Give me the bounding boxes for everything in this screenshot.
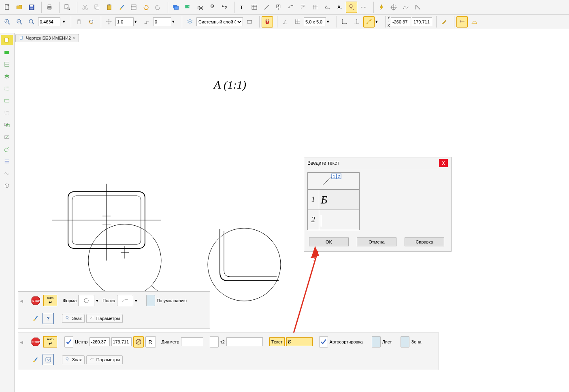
brush-icon[interactable] — [116, 2, 127, 13]
scale-input[interactable] — [115, 17, 134, 26]
t2-check[interactable] — [210, 336, 219, 348]
sign-tab[interactable]: Знак — [62, 314, 85, 323]
help-icon[interactable]: ? — [43, 354, 54, 365]
offset-input[interactable] — [153, 17, 171, 26]
target-icon[interactable] — [388, 2, 399, 13]
center-x-input[interactable] — [90, 337, 110, 346]
lv-diag-icon[interactable] — [1, 132, 13, 142]
file-open-icon[interactable] — [14, 2, 25, 13]
collapse-icon[interactable]: ◂ — [20, 338, 28, 346]
spline-icon[interactable] — [400, 2, 411, 13]
step-icon[interactable] — [141, 16, 152, 28]
collapse-icon[interactable]: ◂ — [20, 297, 28, 305]
text-type-header[interactable]: 12 — [308, 173, 360, 190]
refresh-icon[interactable] — [85, 16, 97, 28]
zoom-fit-icon[interactable] — [26, 16, 37, 28]
text-input[interactable] — [286, 337, 313, 346]
axis-icon[interactable] — [351, 16, 362, 28]
properties-icon[interactable] — [128, 2, 139, 13]
auto-button[interactable]: Auto↵ — [43, 336, 57, 348]
zone-toggle[interactable] — [401, 336, 409, 348]
lv-sheet-icon[interactable] — [1, 35, 13, 45]
layers-blue-icon[interactable] — [170, 2, 181, 13]
center-check[interactable] — [64, 336, 73, 348]
print-icon[interactable] — [44, 2, 55, 13]
radius-icon[interactable]: R — [145, 336, 156, 348]
coord-y-input[interactable] — [412, 17, 432, 26]
leader-icon[interactable] — [285, 2, 296, 13]
auto-button[interactable]: Auto↵ — [43, 295, 57, 306]
text-tool-icon[interactable]: T — [237, 2, 248, 13]
centerline-icon[interactable] — [358, 2, 369, 13]
zoom-value-input[interactable] — [38, 17, 60, 26]
coord-x-input[interactable] — [391, 17, 411, 26]
corner-icon[interactable] — [412, 2, 424, 13]
sheet-toggle[interactable] — [372, 336, 381, 348]
lv-wave-icon[interactable] — [1, 168, 13, 179]
polka-select[interactable] — [117, 295, 133, 306]
row-1-value[interactable]: Б — [319, 190, 360, 210]
lv-overlap-icon[interactable] — [1, 120, 13, 130]
redo-icon[interactable] — [152, 2, 164, 13]
t2-input[interactable] — [226, 337, 263, 346]
arc-leader-icon[interactable] — [297, 2, 309, 13]
lv-rect-dot-icon[interactable] — [1, 108, 13, 118]
origin-icon[interactable] — [339, 16, 350, 28]
lv-grid-icon[interactable] — [1, 59, 13, 70]
help-button[interactable]: Справка — [405, 237, 444, 246]
brush-icon[interactable] — [30, 354, 41, 365]
row-2-value[interactable] — [319, 210, 360, 230]
table-icon[interactable] — [249, 2, 260, 13]
close-icon[interactable]: × — [73, 36, 75, 40]
diameter-icon[interactable] — [133, 336, 144, 348]
lv-rect-icon[interactable] — [1, 95, 13, 106]
list-icon[interactable]: 12 — [207, 2, 218, 13]
zoom-in-icon[interactable]: + — [2, 16, 13, 28]
label-a-icon[interactable]: A — [334, 2, 345, 13]
layer-stack-icon[interactable] — [184, 16, 196, 28]
file-new-icon[interactable] — [2, 2, 13, 13]
layers-q-icon[interactable]: ? — [182, 2, 194, 13]
layer-cfg-icon[interactable] — [244, 16, 255, 28]
pencil-icon[interactable] — [439, 16, 450, 28]
form-select[interactable] — [78, 295, 94, 306]
lv-circle-icon[interactable] — [1, 144, 13, 155]
lv-layers-icon[interactable] — [1, 71, 13, 82]
magnet-icon[interactable] — [262, 16, 273, 28]
ok-button[interactable]: OK — [309, 237, 349, 246]
protractor-icon[interactable] — [469, 16, 480, 28]
cancel-button[interactable]: Отмена — [357, 237, 396, 246]
copy-icon[interactable] — [92, 2, 103, 13]
stop-button[interactable]: STOP — [30, 336, 42, 348]
stop-button[interactable]: STOP — [30, 295, 42, 306]
diag-line-icon[interactable] — [261, 2, 272, 13]
zoom-out-icon[interactable] — [14, 16, 25, 28]
text-frame-icon[interactable]: A — [273, 2, 284, 13]
default-toggle[interactable] — [146, 295, 155, 306]
tower-icon[interactable] — [73, 16, 85, 28]
close-icon[interactable]: X — [439, 159, 448, 167]
dimension-icon[interactable] — [456, 16, 468, 28]
break-dim-icon[interactable] — [309, 2, 321, 13]
datum-icon[interactable] — [346, 2, 357, 13]
lightning-icon[interactable] — [376, 2, 387, 13]
fx-icon[interactable]: f(x) — [194, 2, 206, 13]
brush-icon[interactable] — [30, 313, 41, 324]
cut-icon[interactable] — [79, 2, 91, 13]
paste-icon[interactable] — [104, 2, 115, 13]
help-icon[interactable]: ? — [43, 313, 54, 324]
sign-tab[interactable]: Знак — [62, 355, 85, 364]
layer-select[interactable]: Системный слой (0) — [196, 17, 243, 26]
baseline-icon[interactable]: A — [322, 2, 333, 13]
snap-cfg-icon[interactable] — [363, 16, 375, 28]
angle-icon[interactable] — [279, 16, 291, 28]
grid-size-input[interactable] — [304, 17, 326, 26]
lv-rect-dash-icon[interactable] — [1, 83, 13, 94]
save-icon[interactable] — [26, 2, 37, 13]
grid-icon[interactable] — [292, 16, 303, 28]
move-icon[interactable] — [103, 16, 115, 28]
diameter-input[interactable] — [181, 337, 203, 346]
undo-icon[interactable] — [140, 2, 151, 13]
autosort-check[interactable] — [319, 336, 328, 348]
lv-green-icon[interactable] — [1, 47, 13, 57]
